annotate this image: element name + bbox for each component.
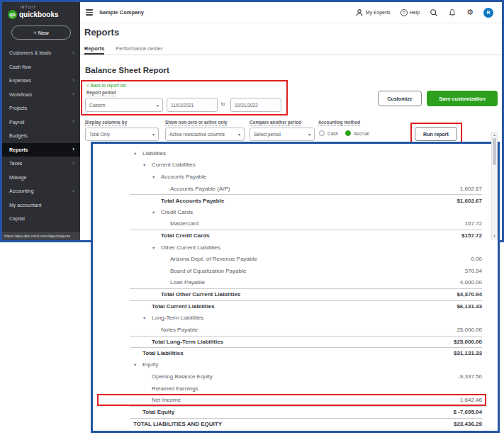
statement-row-credit-cards: ▾Credit Cards [130,206,482,218]
sidebar-item-customers-leads[interactable]: Customers & leads› [2,46,80,60]
save-customization-button[interactable]: Save customization [427,91,498,106]
notifications-bell-icon[interactable] [448,9,457,17]
sidebar-item-accounting[interactable]: Accounting› [2,184,80,198]
run-report-button[interactable]: Run report [415,127,457,141]
sidebar-item-payroll[interactable]: Payroll› [2,115,80,130]
statement-row-arizona-dept-of-revenue-payable: Arizona Dept. of Revenue Payable0.00 [130,253,482,265]
my-experts-label: My Experts [366,10,391,15]
row-label[interactable]: ▾Long-Term Liabilities [152,315,203,321]
sidebar-item-projects[interactable]: Projects [2,101,80,115]
row-value: $6,131.33 [457,303,482,310]
row-label[interactable]: ▾Other Current Liabilities [161,244,220,251]
row-label: Total Liabilities [142,350,184,356]
settings-gear-icon[interactable]: ⚙ [466,9,474,16]
chevron-down-icon: ▾ [157,103,159,108]
scrollbar-thumb[interactable] [493,138,496,165]
row-value: $31,131.33 [454,350,482,356]
row-label: Total Other Current Liabilities [161,291,240,298]
statement-row-total-current-liabilities: Total Current Liabilities$6,131.33 [130,300,482,312]
sidebar-item-budgets[interactable]: Budgets [2,129,80,143]
end-date-input[interactable]: 10/31/2022 [230,98,281,112]
help-button[interactable]: ? Help [401,9,420,16]
sidebar-item-mileage[interactable]: Mileage [2,171,80,185]
accrual-radio[interactable] [345,130,351,136]
company-name: Sample Company [99,9,144,16]
collapse-arrow-icon[interactable]: ▾ [152,245,159,251]
vertical-scrollbar[interactable]: ▴ ▾ [491,132,498,239]
row-value: $4,370.94 [457,291,482,298]
row-value: 4,000.00 [460,279,482,286]
sidebar-item-reports[interactable]: Reports› [2,143,80,157]
start-date-input[interactable]: 11/01/2021 [167,98,218,112]
statement-row-other-current-liabilities: ▾Other Current Liabilities [130,242,482,254]
accounting-method-label: Accounting method [318,120,360,126]
statement-row-retained-earnings: Retained Earnings [130,383,482,395]
statement-row-mastercard: Mastercard157.72 [130,218,482,230]
new-button[interactable]: + New [11,26,71,40]
collapse-arrow-icon[interactable]: ▾ [143,315,150,321]
collapse-arrow-icon[interactable]: ▾ [143,162,150,168]
cash-radio[interactable] [319,130,325,136]
statement-row-total-liabilities: Total Liabilities$31,131.33 [130,347,482,359]
scroll-up-icon[interactable]: ▴ [493,133,495,137]
nonzero-label: Show non-zero or active only [165,120,227,126]
row-label[interactable]: ▾Accounts Payable [161,174,206,180]
sidebar-item-label: Budgets [9,133,28,138]
chevron-right-icon: › [72,161,74,166]
back-to-report-list-link[interactable]: < Back to report list [86,83,126,88]
collapse-arrow-icon[interactable]: ▾ [152,174,159,180]
hamburger-menu-icon[interactable] [86,9,93,16]
top-header: Sample Company My Experts ? Help ⚙ R [80,2,502,23]
scroll-down-icon[interactable]: ▾ [493,235,495,238]
sidebar-item-workflows[interactable]: Workflows› [2,88,80,102]
sidebar-item-capital[interactable]: Capital [2,212,80,226]
user-avatar[interactable]: R [483,8,493,18]
collapse-arrow-icon[interactable]: ▾ [134,362,141,368]
customize-button[interactable]: Customize [378,91,422,106]
statement-row-current-liabilities: ▾Current Liabilities [130,159,482,171]
sidebar-item-my-accountant[interactable]: My accountant [2,198,80,213]
sidebar-item-label: Cash flow [9,64,31,69]
statement-row-liabilities: ▾Liabilities [130,147,482,159]
sidebar-item-label: Taxes [9,161,22,166]
chevron-right-icon: › [72,147,74,152]
row-label: Accounts Payable (A/P) [170,186,230,192]
statement-row-total-equity: Total Equity$ -7,695.04 [130,406,482,418]
statement-row-accounts-payable-a-p: Accounts Payable (A/P)1,602.67 [130,183,482,195]
balance-sheet-panel: ▾Liabilities▾Current Liabilities▾Account… [91,142,500,433]
statement-row-loan-payable: Loan Payable4,000.00 [130,277,482,289]
row-label[interactable]: ▾Credit Cards [161,209,193,215]
my-experts-button[interactable]: My Experts [355,9,391,17]
row-value: $25,000.00 [454,339,482,345]
compare-period-select[interactable]: Select period ▾ [250,128,315,141]
collapse-arrow-icon[interactable]: ▾ [134,151,141,157]
accrual-radio-label: Accrual [354,131,369,136]
row-value: 1,602.67 [460,186,482,192]
sidebar-menu: Customers & leads›Cash flowExpenses›Work… [2,46,80,226]
sidebar-item-cash-flow[interactable]: Cash flow [2,60,80,74]
display-columns-select[interactable]: Total Only ▾ [85,128,159,141]
collapse-arrow-icon[interactable]: ▾ [152,210,159,215]
row-label[interactable]: ▾Current Liabilities [152,162,196,168]
tab-reports[interactable]: Reports [84,43,104,55]
row-value: $23,436.29 [454,421,482,427]
sidebar-item-expenses[interactable]: Expenses› [2,74,80,88]
chevron-right-icon: › [72,50,74,56]
statement-row-total-credit-cards: Total Credit Cards$157.72 [130,230,482,242]
report-period-value: Custom [89,103,105,108]
nonzero-value: Active rows/active columns [169,132,225,137]
search-icon[interactable] [430,9,438,17]
sidebar-item-label: My accountant [9,203,42,208]
quickbooks-wordmark: quickbooks [19,11,59,18]
nonzero-select[interactable]: Active rows/active columns ▾ [165,128,245,141]
person-icon [355,9,364,17]
row-label: Mastercard [170,220,198,227]
row-label[interactable]: ▾Liabilities [142,150,166,157]
tab-performance-center[interactable]: Performance center [116,43,162,55]
row-value: $ -7,695.04 [454,409,482,415]
sidebar-item-taxes[interactable]: Taxes› [2,157,80,171]
chevron-right-icon: › [72,78,74,84]
display-columns-label: Display columns by [85,120,127,126]
report-period-select[interactable]: Custom ▾ [85,98,163,112]
row-label[interactable]: ▾Equity [142,361,158,368]
